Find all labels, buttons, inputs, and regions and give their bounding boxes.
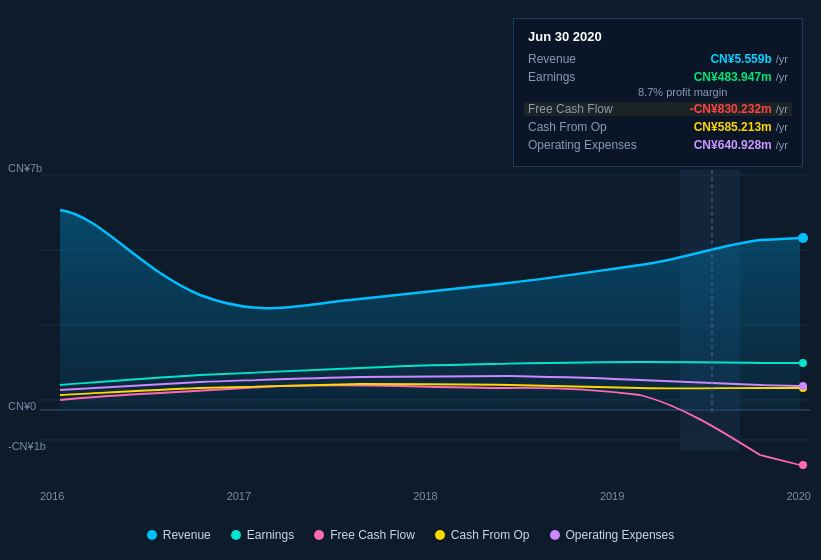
legend-item-earnings: Earnings (231, 528, 294, 542)
legend-dot-revenue (147, 530, 157, 540)
tooltip-date: Jun 30 2020 (528, 29, 788, 44)
legend-label-fcf: Free Cash Flow (330, 528, 415, 542)
legend-label-revenue: Revenue (163, 528, 211, 542)
svg-point-8 (799, 461, 807, 469)
svg-point-10 (799, 382, 807, 390)
tooltip-margin: 8.7% profit margin (528, 86, 788, 98)
tooltip-fcf-label: Free Cash Flow (528, 102, 638, 116)
x-axis-labels: 2016 2017 2018 2019 2020 (40, 490, 811, 502)
legend-dot-fcf (314, 530, 324, 540)
legend-item-revenue: Revenue (147, 528, 211, 542)
tooltip-opex-value: CN¥640.928m/yr (694, 138, 788, 152)
tooltip-cashop-row: Cash From Op CN¥585.213m/yr (528, 120, 788, 134)
legend-item-fcf: Free Cash Flow (314, 528, 415, 542)
tooltip-fcf-value: -CN¥830.232m/yr (690, 102, 788, 116)
x-label-2020: 2020 (787, 490, 811, 502)
chart-legend: Revenue Earnings Free Cash Flow Cash Fro… (0, 528, 821, 542)
tooltip-cashop-label: Cash From Op (528, 120, 638, 134)
legend-label-cashop: Cash From Op (451, 528, 530, 542)
x-label-2019: 2019 (600, 490, 624, 502)
tooltip-revenue-label: Revenue (528, 52, 638, 66)
tooltip-revenue-value: CN¥5.559b/yr (710, 52, 788, 66)
legend-dot-opex (550, 530, 560, 540)
tooltip-cashop-value: CN¥585.213m/yr (694, 120, 788, 134)
x-label-2016: 2016 (40, 490, 64, 502)
legend-dot-cashop (435, 530, 445, 540)
legend-label-opex: Operating Expenses (566, 528, 675, 542)
tooltip-earnings-row: Earnings CN¥483.947m/yr (528, 70, 788, 84)
svg-point-7 (799, 359, 807, 367)
tooltip-opex-label: Operating Expenses (528, 138, 638, 152)
tooltip-opex-row: Operating Expenses CN¥640.928m/yr (528, 138, 788, 152)
legend-label-earnings: Earnings (247, 528, 294, 542)
tooltip-earnings-value: CN¥483.947m/yr (694, 70, 788, 84)
svg-point-6 (798, 233, 808, 243)
tooltip-earnings-label: Earnings (528, 70, 638, 84)
legend-item-cashop: Cash From Op (435, 528, 530, 542)
x-label-2017: 2017 (227, 490, 251, 502)
legend-item-opex: Operating Expenses (550, 528, 675, 542)
data-tooltip: Jun 30 2020 Revenue CN¥5.559b/yr Earning… (513, 18, 803, 167)
tooltip-revenue-row: Revenue CN¥5.559b/yr (528, 52, 788, 66)
legend-dot-earnings (231, 530, 241, 540)
tooltip-fcf-row: Free Cash Flow -CN¥830.232m/yr (524, 102, 792, 116)
x-label-2018: 2018 (413, 490, 437, 502)
